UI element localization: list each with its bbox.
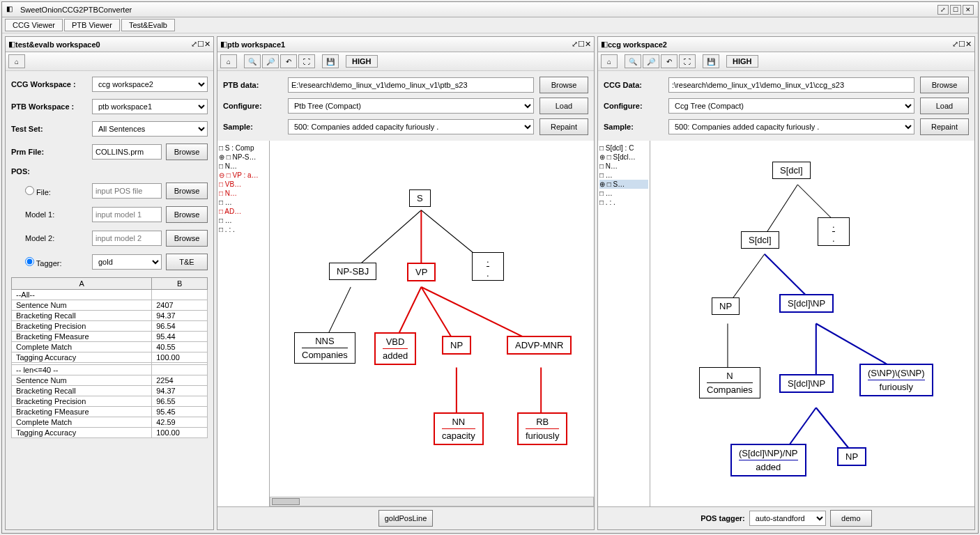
model2-browse-button[interactable]: Browse [166,230,208,247]
ws0-close-icon[interactable]: ✕ [204,40,210,49]
ccg-repaint-button[interactable]: Repaint [920,118,969,135]
ptb-tree-explorer[interactable]: □ S : Comp ⊕ □ NP-S… □ N… ⊖ □ VP : a… □ … [217,141,270,506]
tree-item[interactable]: ⊕ □ S… [599,180,648,189]
model1-input[interactable] [92,207,162,222]
ptb-load-button[interactable]: Load [539,98,588,114]
fit-icon[interactable]: ⛶ [298,54,315,68]
tab-test-evalb[interactable]: Test&Evalb [121,19,175,31]
tree-item[interactable]: □ N… [219,189,268,198]
ptb-sample-select[interactable]: 500: Companies added capacity furiously … [288,119,534,134]
pos-file-radio[interactable] [25,186,34,195]
tree-item[interactable]: ⊕ □ NP-S… [219,153,268,162]
app-title: SweetOnionCCG2PTBConverter [20,6,132,14]
panel-icon: ◧ [220,40,227,49]
fit-icon[interactable]: ⛶ [679,54,696,68]
ccg-canvas[interactable]: S[dcl] .. S[dcl] NP S[dcl]\NP NCompanies… [650,141,974,506]
minimize-icon[interactable]: ⤢ [937,5,949,15]
ws0-min-icon[interactable]: ⤢ [191,40,197,49]
node-snp: (S\NP)\(S\NP)furiously [859,364,933,396]
save-icon[interactable]: 💾 [703,54,719,68]
home-icon[interactable]: ⌂ [220,54,237,68]
pos-file-browse-button[interactable]: Browse [166,183,208,199]
ptb-data-input[interactable] [288,77,534,93]
tree-item[interactable]: □ … [219,198,268,207]
ptb-repaint-button[interactable]: Repaint [539,118,588,135]
zoom-in-icon[interactable]: 🔍 [244,54,261,68]
ccg-data-input[interactable] [668,77,914,93]
label-ptb-ws: PTB Workspace : [11,102,88,111]
tree-item[interactable]: □ . : . [219,225,268,234]
tree-item[interactable]: □ S : Comp [219,144,268,153]
label-sample: Sample: [604,123,663,131]
test-set-select[interactable]: All Sentences [92,121,208,137]
tree-item[interactable]: □ . : . [599,198,648,207]
ccg-browse-button[interactable]: Browse [920,77,969,93]
back-icon[interactable]: ↶ [280,54,297,68]
prm-browse-button[interactable]: Browse [166,144,208,160]
panel-icon: ◧ [601,40,608,49]
tree-item[interactable]: ⊖ □ VP : a… [219,171,268,180]
ptb-browse-button[interactable]: Browse [539,77,588,93]
pos-tagger-radio[interactable] [25,257,34,266]
pos-tagger-select[interactable]: auto-standford [749,511,826,526]
zoom-out-icon[interactable]: 🔎 [643,54,659,68]
demo-button[interactable]: demo [830,510,872,527]
prm-file-input[interactable] [92,144,162,160]
ws0-max-icon[interactable]: ☐ [197,40,204,49]
goldposline-button[interactable]: goldPosLine [378,510,434,527]
ccg-tree-explorer[interactable]: □ S[dcl] : C ⊕ □ S[dcl… □ N… □ … ⊕ □ S… … [598,141,650,506]
node-sdcl2: S[dcl] [741,231,779,249]
tree-item[interactable]: □ … [219,216,268,225]
tree-item[interactable]: □ VB… [219,180,268,189]
table-row: Sentence Num2407 [12,300,208,311]
maximize-icon[interactable]: ☐ [950,5,961,15]
ws2-min-icon[interactable]: ⤢ [952,40,958,49]
ccg-sample-select[interactable]: 500: Companies added capacity furiously … [668,119,914,134]
ptb-ws-select[interactable]: ptb workspace1 [92,99,208,114]
ws1-max-icon[interactable]: ☐ [578,40,585,49]
ws1-min-icon[interactable]: ⤢ [572,40,578,49]
ws2-max-icon[interactable]: ☐ [958,40,965,49]
ccg-ws-select[interactable]: ccg workspace2 [92,77,208,92]
close-icon[interactable]: ✕ [963,5,974,15]
ptb-configure-select[interactable]: Ptb Tree (Compact) [288,98,534,114]
table-row: Bracketing FMeasure95.44 [12,332,208,342]
ws2-close-icon[interactable]: ✕ [965,40,972,49]
label-model1: Model 1: [11,210,88,219]
zoom-out-icon[interactable]: 🔎 [262,54,279,68]
zoom-in-icon[interactable]: 🔍 [625,54,641,68]
tree-item[interactable]: □ AD… [219,207,268,216]
label-configure: Configure: [604,102,663,110]
pos-file-input[interactable] [92,183,162,199]
quality-badge: HIGH [726,55,758,68]
tree-item[interactable]: □ S[dcl] : C [599,144,648,153]
tree-item[interactable]: □ … [599,171,648,180]
tree-item[interactable]: ⊕ □ S[dcl… [599,153,648,162]
model1-browse-button[interactable]: Browse [166,206,208,223]
home-icon[interactable]: ⌂ [601,54,618,68]
node-advp: ADVP-MNR [507,336,572,355]
home-icon[interactable]: ⌂ [8,54,25,68]
te-button[interactable]: T&E [166,254,208,270]
back-icon[interactable]: ↶ [661,54,677,68]
tree-item[interactable]: □ N… [219,162,268,171]
table-row: Bracketing Recall94.37 [12,386,208,396]
label-ptb-data: PTB data: [223,81,282,89]
node-sdclnp: S[dcl]\NP [779,294,834,313]
ws1-close-icon[interactable]: ✕ [585,40,591,49]
tagger-select[interactable]: gold [92,254,162,270]
tab-ccg-viewer[interactable]: CCG Viewer [5,19,63,31]
node-sdclnp-np: (S[dcl]\NP)/NPadded [730,444,806,476]
save-icon[interactable]: 💾 [322,54,339,68]
tab-ptb-viewer[interactable]: PTB Viewer [64,19,120,31]
hscroll-thumb[interactable] [272,498,300,505]
table-row: Bracketing Precision96.55 [12,396,208,407]
tree-item[interactable]: □ … [599,189,648,198]
app-icon: ◧ [6,5,16,15]
label-ccg-ws: CCG Workspace : [11,80,88,88]
ccg-load-button[interactable]: Load [920,98,969,114]
model2-input[interactable] [92,231,162,246]
tree-item[interactable]: □ N… [599,162,648,171]
ccg-configure-select[interactable]: Ccg Tree (Compact) [668,98,914,114]
ptb-canvas[interactable]: S NP-SBJ VP .. NNSCompanies VBDadded NP … [270,141,594,506]
